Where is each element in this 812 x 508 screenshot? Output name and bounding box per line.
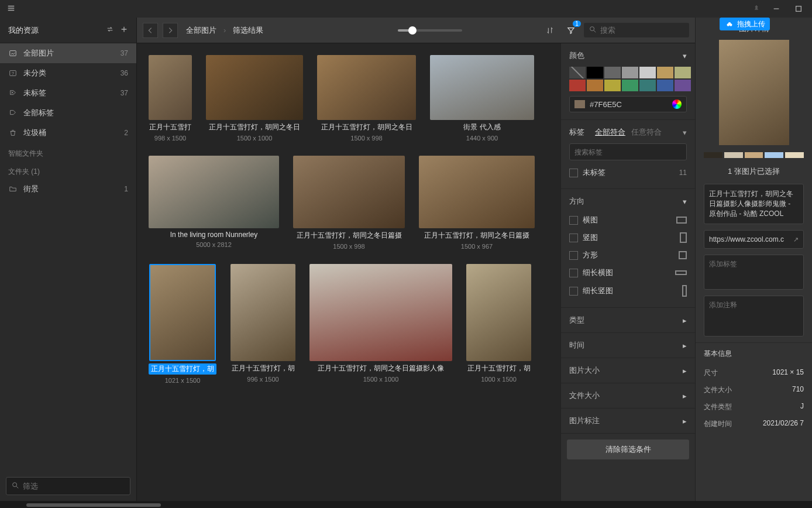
color-swatch[interactable] xyxy=(657,80,673,91)
sidebar-item-uncategorized[interactable]: ? 未分类 36 xyxy=(0,63,136,83)
color-swatch[interactable] xyxy=(569,80,586,91)
color-swatch[interactable] xyxy=(604,67,621,78)
breadcrumb-item[interactable]: 全部图片 xyxy=(186,25,216,36)
filter-color-header[interactable]: 颜色 ▾ xyxy=(569,50,687,61)
slider-thumb[interactable] xyxy=(408,26,417,35)
details-tags-field[interactable] xyxy=(704,255,804,290)
color-swatch[interactable] xyxy=(604,80,621,91)
color-swatch[interactable] xyxy=(622,67,638,78)
tags-input[interactable] xyxy=(709,260,799,268)
thumb-title: 正月十五雪打 xyxy=(149,122,191,132)
details-name-field[interactable]: 正月十五雪打灯，胡同之冬日篇摄影人像摄影师鬼微 - 原创作品 - 站酷 ZCOO… xyxy=(704,184,804,224)
color-swatch[interactable] xyxy=(657,67,673,78)
color-swatch[interactable] xyxy=(675,80,691,91)
preview-image[interactable] xyxy=(719,40,789,145)
direction-row[interactable]: 方形 xyxy=(569,246,687,264)
color-wheel-icon[interactable] xyxy=(672,99,682,109)
checkbox[interactable] xyxy=(569,234,578,242)
checkbox[interactable] xyxy=(569,216,578,225)
direction-row[interactable]: 细长横图 xyxy=(569,264,687,282)
thumb-item[interactable]: 正月十五雪打灯，胡1000 x 1500 xyxy=(466,264,531,384)
minimize-button[interactable] xyxy=(768,3,785,15)
detail-color-swatch[interactable] xyxy=(765,152,783,158)
tag-search-box[interactable] xyxy=(569,143,687,160)
color-swatch[interactable] xyxy=(622,80,638,91)
thumb-image[interactable] xyxy=(206,55,303,120)
sidebar-item-trash[interactable]: 垃圾桶 2 xyxy=(0,123,136,143)
clear-filters-button[interactable]: 清除筛选条件 xyxy=(567,440,689,459)
direction-row[interactable]: 横图 xyxy=(569,211,687,229)
direction-row[interactable]: 竖图 xyxy=(569,229,687,246)
color-swatch-none[interactable] xyxy=(569,67,586,78)
plus-icon[interactable] xyxy=(120,25,128,35)
thumb-image[interactable] xyxy=(230,264,295,361)
details-url-field[interactable]: https://www.zcool.com.c ↗ xyxy=(704,230,804,249)
thumb-item[interactable]: 正月十五雪打灯，胡1021 x 1500 xyxy=(149,264,216,384)
color-swatch[interactable] xyxy=(587,67,603,78)
sidebar-filter-search[interactable] xyxy=(6,477,130,495)
detail-color-swatch[interactable] xyxy=(785,152,804,158)
detail-color-swatch[interactable] xyxy=(704,152,722,158)
color-swatch[interactable] xyxy=(675,67,691,78)
tag-mode-any[interactable]: 任意符合 xyxy=(631,128,662,136)
filter-imgsize-header[interactable]: 图片大小▸ xyxy=(569,365,687,376)
sort-button[interactable] xyxy=(542,22,558,39)
color-swatch[interactable] xyxy=(639,67,656,78)
thumb-image[interactable] xyxy=(149,264,216,361)
thumb-item[interactable]: 正月十五雪打灯，胡同之冬日篇摄1500 x 998 xyxy=(293,156,405,250)
thumb-image[interactable] xyxy=(466,264,531,361)
swap-icon[interactable] xyxy=(106,25,114,35)
open-link-icon[interactable]: ↗ xyxy=(793,236,799,243)
thumb-item[interactable]: 正月十五雪打灯，胡同之冬日1500 x 1000 xyxy=(206,55,303,142)
filter-type-header[interactable]: 类型▸ xyxy=(569,315,687,325)
untagged-row[interactable]: 未标签 11 xyxy=(569,164,687,181)
checkbox[interactable] xyxy=(569,169,578,177)
thumb-image[interactable] xyxy=(317,55,416,120)
sidebar-item-untagged[interactable]: 未标签 37 xyxy=(0,83,136,103)
detail-color-swatch[interactable] xyxy=(724,152,743,158)
hex-input-row[interactable]: #7F6E5C xyxy=(569,96,687,112)
thumb-image[interactable] xyxy=(149,156,279,228)
sidebar-filter-input[interactable] xyxy=(23,482,125,490)
filter-button[interactable]: 1 xyxy=(563,22,579,39)
tag-search-input[interactable] xyxy=(574,148,682,156)
maximize-button[interactable] xyxy=(790,3,807,15)
color-swatch[interactable] xyxy=(587,80,603,91)
detail-color-swatch[interactable] xyxy=(745,152,763,158)
thumb-item[interactable]: In the living room Nunnerley5000 x 2812 xyxy=(149,156,279,250)
thumb-item[interactable]: 正月十五雪打灯，胡同之冬日篇摄影人像1500 x 1000 xyxy=(309,264,452,384)
tag-mode-all[interactable]: 全部符合 xyxy=(595,128,625,136)
filter-time-header[interactable]: 时间▸ xyxy=(569,340,687,351)
thumb-image[interactable] xyxy=(419,156,535,228)
thumb-item[interactable]: 街景 代入感1440 x 900 xyxy=(430,55,534,142)
thumb-image[interactable] xyxy=(309,264,452,361)
thumb-image[interactable] xyxy=(293,156,405,228)
checkbox[interactable] xyxy=(569,269,578,277)
color-swatch[interactable] xyxy=(639,80,656,91)
thumb-item[interactable]: 正月十五雪打灯，胡同之冬日篇摄1500 x 967 xyxy=(419,156,535,250)
checkbox[interactable] xyxy=(569,287,578,296)
thumbnail-size-slider[interactable] xyxy=(398,29,462,32)
thumb-item[interactable]: 正月十五雪打灯，胡996 x 1500 xyxy=(230,264,295,384)
thumb-image[interactable] xyxy=(149,55,192,120)
filter-direction-header[interactable]: 方向 ▾ xyxy=(569,196,687,207)
upload-badge[interactable]: 拖拽上传 xyxy=(720,18,770,30)
thumb-item[interactable]: 正月十五雪打998 x 1500 xyxy=(149,55,192,142)
notes-input[interactable] xyxy=(709,301,799,309)
sidebar-item-all-tags[interactable]: 全部标签 xyxy=(0,103,136,123)
hamburger-button[interactable] xyxy=(5,2,18,16)
sidebar-folder-item[interactable]: 街景 1 xyxy=(0,179,136,199)
sidebar-item-all-images[interactable]: 全部图片 37 xyxy=(0,43,136,63)
search-input[interactable] xyxy=(600,26,684,35)
search-box[interactable] xyxy=(584,23,689,37)
pin-icon[interactable] xyxy=(752,4,761,14)
direction-row[interactable]: 细长竖图 xyxy=(569,282,687,300)
nav-forward-button[interactable] xyxy=(163,23,178,38)
thumb-item[interactable]: 正月十五雪打灯，胡同之冬日1500 x 998 xyxy=(317,55,416,142)
filter-filesize-header[interactable]: 文件大小▸ xyxy=(569,390,687,401)
filter-note-header[interactable]: 图片标注▸ xyxy=(569,416,687,426)
thumb-image[interactable] xyxy=(430,55,534,120)
nav-back-button[interactable] xyxy=(143,23,158,38)
checkbox[interactable] xyxy=(569,251,578,260)
details-notes-field[interactable] xyxy=(704,296,804,337)
